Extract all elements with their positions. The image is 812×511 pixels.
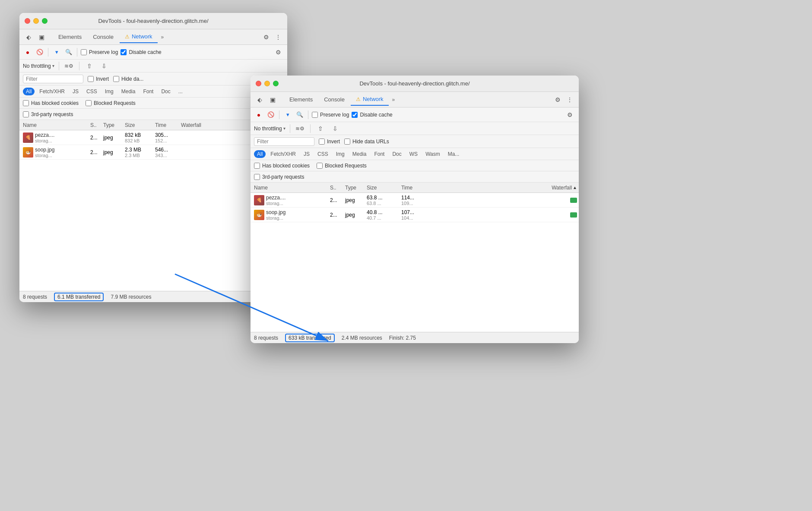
filter-button-1[interactable]: ▾: [52, 47, 61, 57]
gear-icon-2[interactable]: ⚙: [564, 109, 575, 120]
type-xhr-1[interactable]: Fetch/XHR: [36, 88, 68, 95]
hide-data-input-1[interactable]: [113, 76, 119, 82]
more-options-icon-1[interactable]: ⋮: [273, 32, 284, 43]
table-row[interactable]: 🍕 pezza.... storag... 2... jpeg 832 kB 8…: [19, 130, 287, 145]
third-party-checkbox-2[interactable]: 3rd-party requests: [254, 174, 304, 180]
type-js-2[interactable]: JS: [301, 150, 313, 158]
blocked-requests-checkbox-2[interactable]: Blocked Requests: [317, 163, 367, 169]
type-font-2[interactable]: Font: [371, 150, 387, 158]
tab-network-2[interactable]: ⚠ Network: [351, 94, 389, 106]
preserve-log-input-2[interactable]: [312, 112, 318, 118]
inspector-icon-2[interactable]: ▣: [267, 94, 278, 105]
close-button-2[interactable]: [256, 81, 261, 86]
record-button-2[interactable]: ●: [254, 110, 263, 120]
settings-icon-2[interactable]: ⚙: [552, 94, 563, 105]
tab-console-1[interactable]: Console: [88, 31, 119, 43]
type-ws-2[interactable]: WS: [406, 150, 421, 158]
maximize-button-1[interactable]: [42, 18, 48, 24]
col-name-header-2[interactable]: Name: [251, 185, 328, 191]
type-doc-1[interactable]: Doc: [158, 88, 173, 95]
type-doc-2[interactable]: Doc: [389, 150, 404, 158]
tab-console-2[interactable]: Console: [319, 94, 350, 106]
invert-checkbox-2[interactable]: Invert: [319, 139, 340, 145]
col-name-header-1[interactable]: Name: [19, 122, 89, 128]
hide-data-checkbox-1[interactable]: Hide da...: [113, 76, 143, 82]
preserve-log-input-1[interactable]: [81, 49, 87, 55]
has-blocked-input-2[interactable]: [254, 163, 260, 169]
more-options-icon-2[interactable]: ⋮: [564, 94, 575, 105]
third-party-input-1[interactable]: [23, 111, 29, 117]
invert-input-2[interactable]: [319, 139, 325, 145]
type-wasm-2[interactable]: Wasm: [422, 150, 443, 158]
third-party-input-2[interactable]: [254, 174, 260, 180]
blocked-requests-input-2[interactable]: [317, 163, 323, 169]
disable-cache-input-2[interactable]: [352, 112, 358, 118]
minimize-button-2[interactable]: [264, 81, 270, 86]
col-size-header-2[interactable]: Size: [365, 185, 400, 191]
cursor-icon[interactable]: ⬖: [23, 32, 34, 43]
col-time-header-2[interactable]: Time: [400, 185, 428, 191]
type-font-1[interactable]: Font: [140, 88, 156, 95]
blocked-requests-input-1[interactable]: [86, 100, 92, 106]
upload-icon-2[interactable]: ⇧: [315, 123, 326, 134]
gear-icon-1[interactable]: ⚙: [273, 47, 284, 58]
type-css-1[interactable]: CSS: [83, 88, 100, 95]
col-waterfall-header-2[interactable]: Waterfall ▲: [428, 185, 579, 191]
col-s-header-1[interactable]: S..: [89, 122, 102, 128]
col-time-header-1[interactable]: Time: [153, 122, 179, 128]
type-all-2[interactable]: All: [254, 150, 266, 158]
search-button-1[interactable]: 🔍: [64, 47, 73, 57]
has-blocked-checkbox-1[interactable]: Has blocked cookies: [23, 100, 79, 106]
upload-icon-1[interactable]: ⇧: [84, 60, 95, 72]
type-xhr-2[interactable]: Fetch/XHR: [267, 150, 299, 158]
type-js-1[interactable]: JS: [70, 88, 82, 95]
tab-more-2[interactable]: »: [390, 95, 398, 104]
invert-checkbox-1[interactable]: Invert: [88, 76, 109, 82]
download-icon-1[interactable]: ⇩: [98, 60, 110, 72]
filter-input-2[interactable]: [254, 137, 314, 146]
table-row[interactable]: 🍕 pezza.... storag... 2... jpeg 63.8 ...…: [251, 193, 579, 208]
disable-cache-input-1[interactable]: [121, 49, 127, 55]
tab-elements-2[interactable]: Elements: [284, 94, 318, 106]
has-blocked-input-1[interactable]: [23, 100, 29, 106]
settings-icon-1[interactable]: ⚙: [260, 32, 272, 43]
type-img-1[interactable]: Img: [102, 88, 117, 95]
hide-data-input-2[interactable]: [344, 139, 350, 145]
filter-input-1[interactable]: [23, 75, 83, 83]
stop-button-1[interactable]: 🚫: [35, 47, 44, 57]
col-type-header-1[interactable]: Type: [102, 122, 123, 128]
disable-cache-checkbox-1[interactable]: Disable cache: [121, 49, 161, 55]
close-button-1[interactable]: [25, 18, 30, 24]
tab-elements-1[interactable]: Elements: [53, 31, 87, 43]
download-icon-2[interactable]: ⇩: [330, 123, 341, 134]
preserve-log-checkbox-2[interactable]: Preserve log: [312, 112, 349, 118]
type-img-2[interactable]: Img: [333, 150, 348, 158]
inspector-icon[interactable]: ▣: [36, 32, 47, 43]
has-blocked-checkbox-2[interactable]: Has blocked cookies: [254, 163, 310, 169]
type-manifest-2[interactable]: Ma...: [445, 150, 463, 158]
table-row[interactable]: 🍜 soop.jpg storag... 2... jpeg 2.3 MB 2.…: [19, 145, 287, 160]
search-button-2[interactable]: 🔍: [295, 110, 304, 120]
type-css-2[interactable]: CSS: [314, 150, 331, 158]
throttle-select-1[interactable]: No throttling ▾: [23, 63, 54, 69]
tab-network-1[interactable]: ⚠ Network: [120, 31, 158, 43]
table-row[interactable]: 🍜 soop.jpg storag... 2... jpeg 40.8 ... …: [251, 208, 579, 222]
minimize-button-1[interactable]: [33, 18, 39, 24]
col-s-header-2[interactable]: S..: [328, 185, 343, 191]
blocked-requests-checkbox-1[interactable]: Blocked Requests: [86, 100, 136, 106]
wifi-icon-1[interactable]: ≋⚙: [63, 60, 75, 72]
cursor-icon-2[interactable]: ⬖: [254, 94, 265, 105]
type-media-2[interactable]: Media: [349, 150, 370, 158]
wifi-icon-2[interactable]: ≋⚙: [295, 123, 306, 134]
hide-data-checkbox-2[interactable]: Hide data URLs: [344, 139, 389, 145]
col-type-header-2[interactable]: Type: [343, 185, 365, 191]
filter-button-2[interactable]: ▾: [283, 110, 292, 120]
third-party-checkbox-1[interactable]: 3rd-party requests: [23, 111, 73, 117]
throttle-select-2[interactable]: No throttling ▾: [254, 126, 285, 132]
disable-cache-checkbox-2[interactable]: Disable cache: [352, 112, 392, 118]
record-button-1[interactable]: ●: [23, 47, 32, 57]
type-all-1[interactable]: All: [23, 88, 35, 95]
invert-input-1[interactable]: [88, 76, 94, 82]
maximize-button-2[interactable]: [273, 81, 279, 86]
preserve-log-checkbox-1[interactable]: Preserve log: [81, 49, 118, 55]
